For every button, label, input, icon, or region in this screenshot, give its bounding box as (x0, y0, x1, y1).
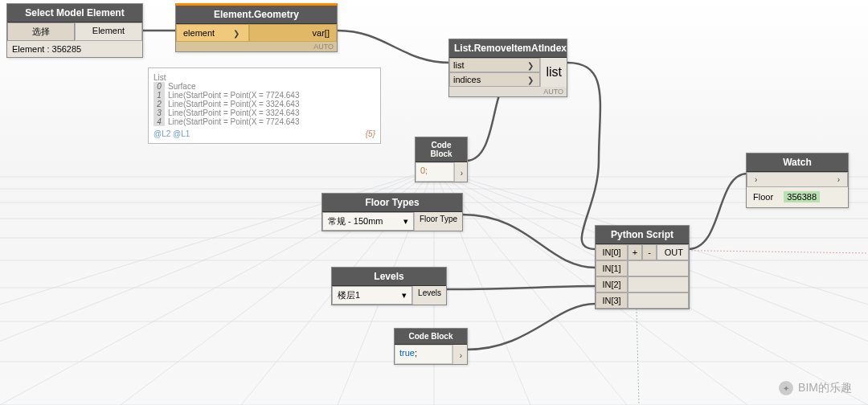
node-title: Floor Types (322, 194, 462, 212)
wechat-icon: ✦ (779, 381, 793, 395)
chevron-right-icon: ❯ (525, 61, 536, 70)
port-out[interactable]: › (835, 175, 842, 184)
node-code-block-zero[interactable]: Code Block 0; › (415, 137, 468, 182)
port-in-2[interactable]: IN[2] (596, 276, 628, 292)
select-button[interactable]: 选择 (7, 22, 75, 41)
chevron-right-icon: › (457, 351, 465, 360)
port-out-levels[interactable]: Levels (412, 286, 446, 305)
node-code-block-true[interactable]: Code Block true; › (394, 328, 468, 365)
chevron-right-icon: › (458, 169, 465, 178)
preview-row: 0Surface (154, 82, 375, 91)
node-element-geometry[interactable]: Element.Geometry element❯ var[] AUTO (175, 3, 338, 52)
node-title: Code Block (416, 137, 467, 162)
port-in-1[interactable]: IN[1] (596, 260, 628, 276)
port-out[interactable]: › (452, 345, 467, 364)
code-input[interactable]: 0; (416, 162, 454, 182)
preview-count: {5} (366, 129, 375, 138)
chevron-down-icon: ▾ (402, 290, 407, 301)
port-in-list[interactable]: list❯ (449, 58, 540, 72)
floor-type-dropdown[interactable]: 常规 - 150mm▾ (322, 212, 414, 231)
node-watch[interactable]: Watch › › Floor 356388 (746, 153, 849, 208)
level-dropdown[interactable]: 楼层1▾ (332, 286, 412, 305)
node-levels[interactable]: Levels 楼层1▾ Levels (331, 267, 447, 305)
port-in-0[interactable]: IN[0] (596, 244, 628, 260)
node-title: List.RemoveItemAtIndex (449, 39, 567, 58)
port-in-indices[interactable]: indices❯ (449, 72, 540, 87)
node-remove-item-at-index[interactable]: List.RemoveItemAtIndex list❯ indices❯ li… (448, 39, 567, 97)
lacing-indicator: AUTO (449, 87, 567, 96)
preview-row: 1Line(StartPoint = Point(X = 7724.643 (154, 91, 375, 100)
node-title: Watch (747, 153, 848, 172)
port-out-element[interactable]: Element (75, 22, 142, 41)
selection-result: Element : 356285 (7, 41, 142, 57)
node-title: Code Block (395, 329, 467, 345)
watermark: ✦ BIM的乐趣 (779, 381, 852, 395)
node-title: Element.Geometry (176, 6, 337, 24)
node-title: Python Script (596, 226, 689, 244)
port-out-floor-type[interactable]: Floor Type (414, 212, 462, 231)
preview-header: List (154, 73, 375, 82)
port-out-list[interactable]: list (540, 58, 567, 87)
port-out[interactable]: OUT (657, 244, 689, 260)
add-port-button[interactable]: + (628, 244, 642, 260)
chevron-down-icon: ▾ (403, 216, 408, 227)
code-input[interactable]: true; (395, 345, 452, 364)
port-out-var[interactable]: var[] (249, 24, 337, 42)
preview-row: 3Line(StartPoint = Point(X = 3324.643 (154, 108, 375, 117)
node-python-script[interactable]: Python Script IN[0] + - OUT IN[1] IN[2] … (595, 225, 690, 309)
remove-port-button[interactable]: - (642, 244, 657, 260)
preview-row: 4Line(StartPoint = Point(X = 7724.643 (154, 117, 375, 126)
node-floor-types[interactable]: Floor Types 常规 - 150mm▾ Floor Type (321, 193, 463, 231)
port-out[interactable]: › (454, 162, 467, 182)
watch-result: Floor 356388 (747, 187, 848, 207)
chevron-right-icon: ❯ (231, 29, 242, 38)
watch-value[interactable]: 356388 (784, 191, 820, 202)
node-select-model-element[interactable]: Select Model Element 选择 Element Element … (6, 3, 143, 58)
geometry-preview-tooltip: List 0Surface1Line(StartPoint = Point(X … (148, 68, 381, 144)
preview-levels: @L2 @L1 (154, 129, 190, 138)
lacing-indicator: AUTO (176, 42, 337, 51)
node-title: Levels (332, 268, 446, 286)
node-title: Select Model Element (7, 4, 142, 22)
chevron-right-icon: ❯ (525, 76, 536, 84)
port-in[interactable]: › (752, 175, 760, 184)
port-in-element[interactable]: element❯ (176, 24, 249, 42)
preview-row: 2Line(StartPoint = Point(X = 3324.643 (154, 100, 375, 108)
port-in-3[interactable]: IN[3] (596, 292, 628, 309)
